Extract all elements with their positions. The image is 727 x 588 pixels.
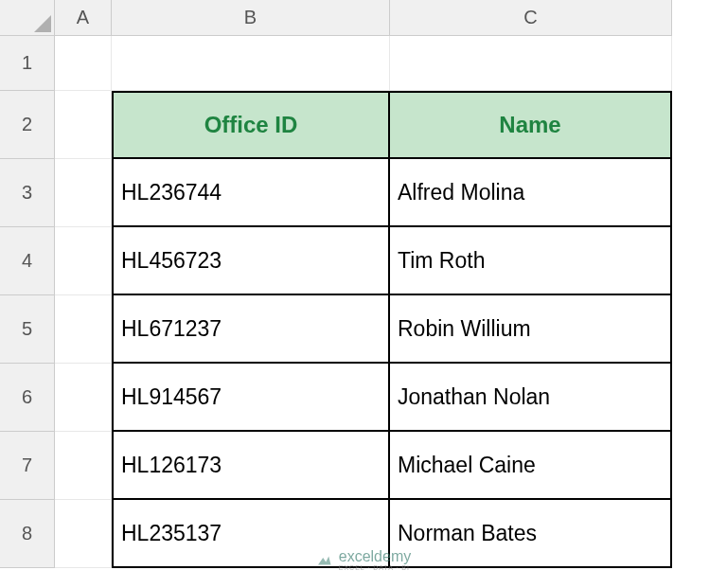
row-header-2[interactable]: 2	[0, 91, 55, 159]
table-cell[interactable]: Alfred Molina	[390, 159, 672, 227]
table-cell[interactable]: Tim Roth	[390, 227, 672, 295]
table-cell[interactable]: HL671237	[112, 295, 390, 364]
row-header-8[interactable]: 8	[0, 500, 55, 568]
cell-a3[interactable]	[55, 159, 112, 227]
spreadsheet-grid: A B C 1 2 Office ID Name 3 HL236744 Alfr…	[0, 0, 727, 568]
cell-a4[interactable]	[55, 227, 112, 295]
cell-c1[interactable]	[390, 36, 672, 91]
row-header-5[interactable]: 5	[0, 295, 55, 364]
table-header-name[interactable]: Name	[390, 91, 672, 159]
table-cell[interactable]: Jonathan Nolan	[390, 364, 672, 432]
table-cell[interactable]: Michael Caine	[390, 432, 672, 500]
table-cell[interactable]: HL456723	[112, 227, 390, 295]
cell-b1[interactable]	[112, 36, 390, 91]
col-header-a[interactable]: A	[55, 0, 112, 36]
watermark-text: exceldemy EXCEL · DATA · BI	[339, 549, 411, 571]
cell-a5[interactable]	[55, 295, 112, 364]
watermark: exceldemy EXCEL · DATA · BI	[316, 549, 411, 571]
watermark-sub: EXCEL · DATA · BI	[339, 564, 411, 571]
watermark-main: exceldemy	[339, 549, 411, 564]
row-header-4[interactable]: 4	[0, 227, 55, 295]
table-cell[interactable]: HL236744	[112, 159, 390, 227]
col-header-c[interactable]: C	[390, 0, 672, 36]
table-header-office-id[interactable]: Office ID	[112, 91, 390, 159]
row-header-7[interactable]: 7	[0, 432, 55, 500]
cell-a1[interactable]	[55, 36, 112, 91]
watermark-icon	[316, 552, 333, 569]
table-cell[interactable]: HL914567	[112, 364, 390, 432]
table-cell[interactable]: Norman Bates	[390, 500, 672, 568]
table-cell[interactable]: HL126173	[112, 432, 390, 500]
col-header-b[interactable]: B	[112, 0, 390, 36]
cell-a7[interactable]	[55, 432, 112, 500]
row-header-1[interactable]: 1	[0, 36, 55, 91]
cell-a6[interactable]	[55, 364, 112, 432]
cell-a2[interactable]	[55, 91, 112, 159]
select-all-corner[interactable]	[0, 0, 55, 36]
table-cell[interactable]: Robin Willium	[390, 295, 672, 364]
row-header-3[interactable]: 3	[0, 159, 55, 227]
cell-a8[interactable]	[55, 500, 112, 568]
row-header-6[interactable]: 6	[0, 364, 55, 432]
